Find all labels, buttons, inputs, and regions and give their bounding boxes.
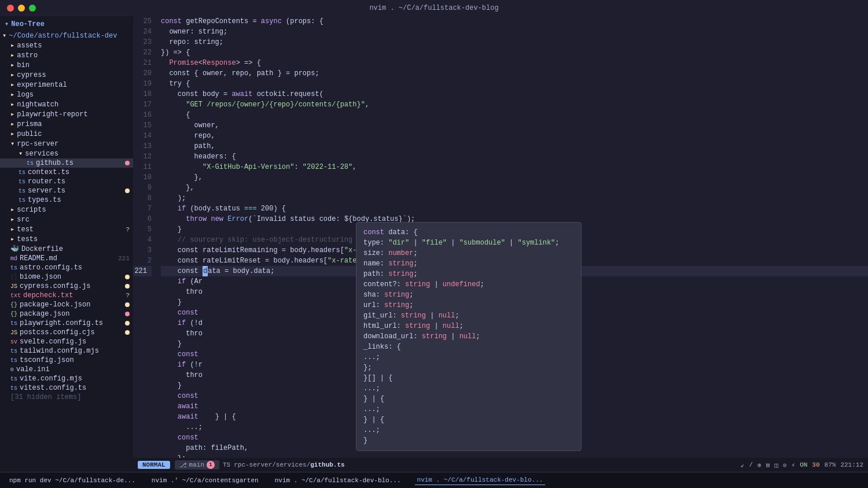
warning-badge [125,321,130,326]
sidebar-item-label: logs [17,91,34,99]
code-line: try { [161,79,868,89]
sidebar-item-label: assets [17,42,42,50]
hidden-items-label: [31 hidden items] [10,393,81,401]
code-editor[interactable]: 25 24 23 22 21 20 19 18 17 16 15 14 13 1… [133,16,868,458]
file-md-prefix: md [10,256,17,262]
json-prefix: {} [10,302,17,308]
sidebar-item-server-ts[interactable]: ts server.ts [0,186,133,195]
terminal-tab-3[interactable]: nvim . ~/C/a/fullstack-dev-blo... [273,476,403,485]
sidebar-item-astro-config[interactable]: ts astro.config.ts [0,263,133,272]
terminal-tab-1[interactable]: npm run dev ~/C/a/fullstack-de... [7,476,138,485]
code-content[interactable]: const getRepoContents = async (props: { … [156,16,868,458]
folder-icon: ▸ [10,235,14,243]
sidebar-item-vale-ini[interactable]: ⚙ vale.ini [0,365,133,374]
sidebar-item-label: context.ts [28,168,69,176]
sidebar-item-services[interactable]: ▾ services [0,149,133,158]
sidebar-item-postcss-config[interactable]: JS postcss.config.cjs [0,328,133,337]
folder-icon: ▸ [10,110,14,119]
sidebar-item-vite-config[interactable]: ts vite.config.mjs [0,374,133,383]
code-line: headers: { [161,151,868,162]
sidebar-item-label: cypress [17,71,46,79]
branch-icon: ⎇ [179,461,187,469]
sidebar-item-label: Dockerfile [21,245,63,253]
code-line: owner: string; [161,27,868,37]
vim-mode: NORMAL [138,461,170,469]
folder-icon: ▸ [10,120,14,128]
sidebar-item-vitest-config[interactable]: ts vitest.config.ts [0,383,133,393]
sidebar-item-biome-json[interactable]: {} biome.json [0,272,133,282]
error-count: 1 [207,461,215,469]
terminal-tab-2[interactable]: nvim .' ~/C/a/contentsgarten [149,476,261,485]
sidebar-item-scripts[interactable]: ▸ scripts [0,205,133,215]
autocomplete-popup: const data: { type: "dir" | "file" | "su… [356,222,582,451]
ts-prefix: ts [10,385,17,391]
sidebar-item-label: experimental [17,81,67,89]
sidebar-item-rpc-server[interactable]: ▾ rpc-server [0,139,133,149]
sidebar-item-package-json[interactable]: {} package.json [0,309,133,319]
warning-badge [125,275,130,279]
num-badge: 221 [118,255,130,262]
sidebar-item-label: svelte.config.js [20,338,86,346]
sidebar-item-tests[interactable]: ▸ tests [0,234,133,244]
error-badge [125,161,130,165]
sidebar-item-label: package-lock.json [20,301,90,309]
sidebar-item-label: cypress.config.js [20,282,90,290]
folder-icon: ▸ [10,61,14,69]
untracked-badge: ? [126,292,130,299]
sidebar-item-playwright-config[interactable]: ts playwright.config.ts [0,319,133,328]
file-ts-prefix: ts [19,169,25,176]
sidebar-item-bin[interactable]: ▸ bin [0,60,133,70]
sidebar-item-assets[interactable]: ▸ assets [0,40,133,50]
sidebar-item-test[interactable]: ▸ test ? [0,224,133,234]
sidebar-item-label: tests [17,235,38,243]
sidebar-item-router-ts[interactable]: ts router.ts [0,177,133,186]
sidebar-item-cypress-config[interactable]: JS cypress.config.js [0,282,133,291]
sidebar-item-svelte-config[interactable]: sv svelte.config.js [0,337,133,346]
file-ts-prefix: ts [19,197,25,204]
sidebar-item-depcheck[interactable]: txt depcheck.txt ? [0,291,133,300]
sidebar-item-public[interactable]: ▸ public [0,129,133,139]
sidebar-item-tsconfig[interactable]: ts tsconfig.json [0,356,133,365]
sidebar-item-playwright-report[interactable]: ▸ playwright-report [0,109,133,119]
file-ts-prefix: ts [10,265,17,271]
sidebar-item-github-ts[interactable]: ts github.ts [0,158,133,168]
sidebar-item-astro[interactable]: ▸ astro [0,50,133,60]
terminal-tab-4[interactable]: nvim . ~/C/a/fullstack-dev-blo... [415,475,546,485]
folder-open-icon: ▾ [10,139,14,148]
branch-name: main [189,461,204,468]
sidebar-item-logs[interactable]: ▸ logs [0,90,133,99]
warning-badge [125,330,130,335]
neo-tree-label: Neo-Tree [11,20,45,28]
close-button[interactable] [7,5,14,12]
sidebar-item-prisma[interactable]: ▸ prisma [0,119,133,129]
sidebar-item-src[interactable]: ▸ src [0,215,133,224]
folder-icon: ▸ [10,130,14,138]
lsp-icon: ↙ [741,461,745,469]
warning-badge [125,302,130,307]
plus-icon: ⊕ [757,461,762,469]
minimize-button[interactable] [18,5,25,12]
code-line: }) => { [161,47,868,58]
bell-icon: ⊙ [783,461,787,469]
sidebar-item-context-ts[interactable]: ts context.ts [0,168,133,177]
maximize-button[interactable] [29,5,36,12]
sidebar-item-label: rpc-server [17,140,58,148]
split-icon: ◫ [774,461,778,469]
sidebar-item-experimental[interactable]: ▸ experimental [0,80,133,90]
sidebar-item-nightwatch[interactable]: ▸ nightwatch [0,99,133,109]
sidebar-item-tailwind-config[interactable]: ts tailwind.config.mjs [0,346,133,356]
sidebar-item-label: postcss.config.cjs [20,328,95,337]
terminal-bar: npm run dev ~/C/a/fullstack-de... nvim .… [0,472,868,488]
scroll-percent: 87% [825,461,836,468]
tree-root[interactable]: ▾ ~/Code/astro/fullstack-dev [0,31,133,40]
code-line: if (body.status === 200) { [161,204,868,214]
root-path-label: ~/Code/astro/fullstack-dev [9,32,117,40]
sidebar-item-cypress[interactable]: ▸ cypress [0,70,133,80]
sidebar-item-dockerfile[interactable]: 🐳 Dockerfile [0,244,133,254]
ts-prefix: ts [10,348,17,354]
sidebar-item-package-lock[interactable]: {} package-lock.json [0,300,133,309]
ts-prefix: ts [10,376,17,382]
status-right-items: ↙ / ⊕ ⊞ ◫ ⊙ ⚡ ON 30 87% 221:12 [741,461,863,469]
sidebar-item-readme[interactable]: md README.md 221 [0,254,133,263]
sidebar-item-types-ts[interactable]: ts types.ts [0,195,133,205]
